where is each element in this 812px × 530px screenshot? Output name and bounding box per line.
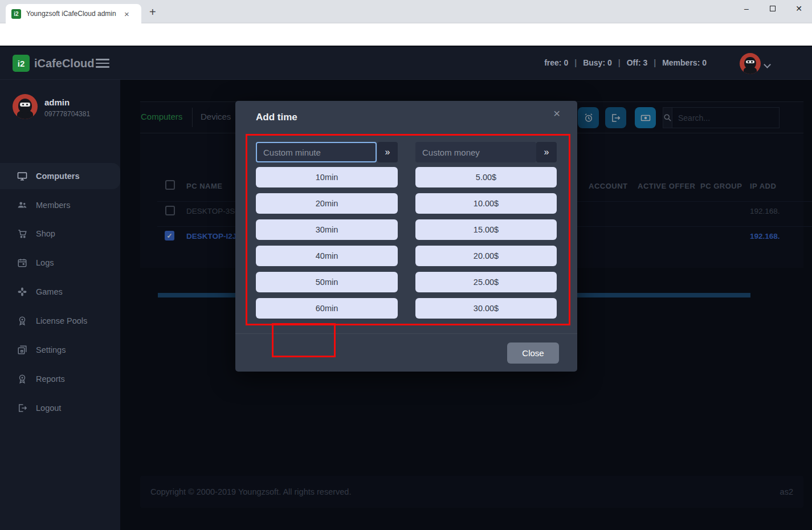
sidebar-item-games[interactable]: Games <box>0 279 120 305</box>
minute-option-button[interactable]: 40min <box>256 246 398 266</box>
report-badge-icon <box>17 374 27 384</box>
sidebar-item-label: Logout <box>36 403 61 413</box>
sidebar-item-label: Logs <box>36 258 54 267</box>
maximize-icon <box>770 6 776 11</box>
sidebar-item-label: License Pools <box>36 316 87 325</box>
stat-label: Off: <box>627 58 641 67</box>
logout-icon <box>17 403 27 413</box>
minute-submit-button[interactable]: » <box>377 142 398 162</box>
sidebar-item-label: Settings <box>36 345 66 354</box>
browser-tab[interactable]: i2 Youngzsoft iCafeCloud admin × <box>6 4 141 23</box>
money-option-button[interactable]: 10.00$ <box>415 193 557 214</box>
sidebar-item-members[interactable]: Members <box>0 192 120 218</box>
modal-footer: Close <box>235 333 577 372</box>
sidebar-item-shop[interactable]: Shop <box>0 221 120 247</box>
stat-label: free: <box>544 58 561 67</box>
close-button[interactable]: Close <box>507 343 559 364</box>
favicon: i2 <box>11 9 21 19</box>
sidebar-item-logs[interactable]: Logs <box>0 250 120 276</box>
sidebar-item-computers[interactable]: Computers <box>0 163 120 189</box>
maximize-button[interactable] <box>760 0 786 17</box>
sidebar-item-settings[interactable]: Settings <box>0 337 120 363</box>
monitor-icon <box>17 171 27 181</box>
icafecloud-logo-icon: i2 <box>13 55 30 72</box>
logo-text: iCafeCloud <box>34 57 95 70</box>
sidebar-item-label: Reports <box>36 374 65 384</box>
sidebar-item-label: Computers <box>36 172 80 181</box>
sidebar-item-logout[interactable]: Logout <box>0 395 120 421</box>
money-option-button[interactable]: 5.00$ <box>415 167 557 187</box>
minute-option-button[interactable]: 50min <box>256 272 398 292</box>
app-page: i2 iCafeCloud free: 0 | Busy: 0 | Off: 3… <box>0 46 812 530</box>
tab-title: Youngzsoft iCafeCloud admin <box>26 10 122 18</box>
award-icon <box>17 316 27 326</box>
minute-option-button[interactable]: 60min <box>256 298 398 319</box>
sidebar-item-label: Members <box>36 201 70 210</box>
sidebar: admin 097778704381 Computers Members Sho… <box>0 80 120 530</box>
profile-name: admin <box>44 97 70 107</box>
money-option-button[interactable]: 30.00$ <box>415 298 557 319</box>
money-submit-button[interactable]: » <box>536 142 557 162</box>
new-tab-button[interactable]: + <box>149 6 156 19</box>
sidebar-item-reports[interactable]: Reports <box>0 366 120 392</box>
modal-close-icon[interactable]: × <box>553 107 560 120</box>
add-time-modal: Add time × » » 10min 20min 30min 40min 5… <box>235 101 577 372</box>
stat-label: Members: <box>662 58 700 67</box>
stat-value: 0 <box>702 58 707 67</box>
status-counters: free: 0 | Busy: 0 | Off: 3 | Members: 0 <box>544 58 707 67</box>
browser-tabstrip: i2 Youngzsoft iCafeCloud admin × + – ✕ <box>0 0 812 23</box>
stat-separator: | <box>618 58 621 67</box>
stat-value: 0 <box>607 58 612 67</box>
stat-value: 0 <box>564 58 568 67</box>
window-close-button[interactable]: ✕ <box>786 0 812 17</box>
custom-money-input[interactable] <box>415 142 536 162</box>
profile-phone: 097778704381 <box>44 110 90 118</box>
sidebar-item-label: Games <box>36 287 63 296</box>
browser-toolbar: ← → ⟳ as2.icafecloud.com/root.php#main ☆… <box>0 23 812 46</box>
members-icon <box>17 200 27 210</box>
cart-icon <box>17 229 27 239</box>
layers-icon <box>17 345 27 355</box>
user-avatar[interactable] <box>740 53 761 74</box>
minute-option-button[interactable]: 10min <box>256 167 398 187</box>
tab-close-icon[interactable]: × <box>124 9 129 19</box>
sidebar-item-license-pools[interactable]: License Pools <box>0 308 120 334</box>
profile-avatar <box>13 94 38 119</box>
money-option-button[interactable]: 20.00$ <box>415 246 557 266</box>
stat-value: 3 <box>643 58 647 67</box>
minute-option-button[interactable]: 30min <box>256 219 398 240</box>
calendar-icon <box>17 258 27 268</box>
app-header: i2 iCafeCloud free: 0 | Busy: 0 | Off: 3… <box>0 47 812 80</box>
sidebar-item-label: Shop <box>36 229 55 238</box>
stat-separator: | <box>574 58 577 67</box>
modal-title: Add time <box>256 112 297 123</box>
minute-option-button[interactable]: 20min <box>256 193 398 214</box>
minimize-button[interactable]: – <box>733 0 760 17</box>
chevron-down-icon[interactable] <box>764 61 771 68</box>
money-option-button[interactable]: 25.00$ <box>415 272 557 292</box>
stat-label: Busy: <box>583 58 605 67</box>
annotation-rect-close <box>272 323 336 357</box>
stat-separator: | <box>654 58 656 67</box>
screen: i2 Youngzsoft iCafeCloud admin × + – ✕ ←… <box>0 0 812 530</box>
custom-minute-input[interactable] <box>256 142 377 162</box>
money-option-button[interactable]: 15.00$ <box>415 219 557 240</box>
window-controls: – ✕ <box>733 0 812 17</box>
gamepad-icon <box>17 287 27 297</box>
hamburger-menu-icon[interactable] <box>96 59 109 68</box>
